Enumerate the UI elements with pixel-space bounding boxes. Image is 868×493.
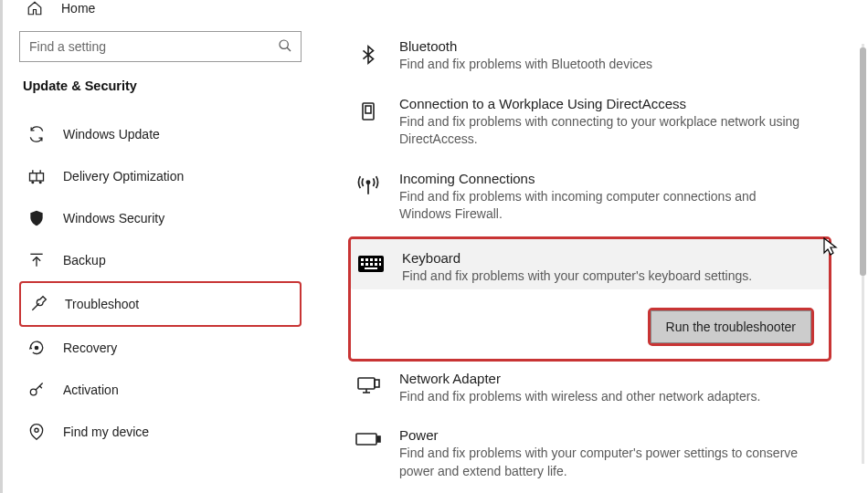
svg-point-0	[280, 40, 288, 48]
troubleshooter-label: Power	[399, 427, 846, 443]
troubleshooter-keyboard[interactable]: Keyboard Find and fix problems with your…	[351, 239, 829, 289]
troubleshooter-directaccess[interactable]: Connection to a Workplace Using DirectAc…	[350, 87, 850, 162]
settings-sidebar: Home Update & Security Windows Update De…	[3, 0, 318, 493]
location-icon	[26, 423, 47, 441]
troubleshooter-desc: Find and fix problems with your computer…	[402, 267, 804, 286]
svg-rect-19	[375, 263, 377, 266]
antenna-icon	[354, 171, 383, 224]
svg-rect-8	[365, 106, 371, 113]
svg-rect-17	[365, 263, 368, 266]
sidebar-section-heading: Update & Security	[23, 79, 302, 93]
run-troubleshooter-button[interactable]: Run the troubleshooter	[651, 310, 811, 343]
svg-rect-25	[377, 436, 380, 442]
troubleshooter-desc: Find and fix problems with connecting to…	[399, 113, 801, 149]
svg-rect-12	[365, 258, 368, 261]
sidebar-item-label: Windows Security	[63, 211, 164, 226]
svg-point-6	[35, 428, 38, 432]
sidebar-item-troubleshoot[interactable]: Troubleshoot	[19, 281, 302, 327]
svg-point-5	[30, 389, 37, 395]
troubleshooter-label: Bluetooth	[399, 38, 846, 54]
key-icon	[26, 381, 47, 399]
troubleshooter-desc: Find and fix problems with incoming comp…	[399, 188, 801, 224]
troubleshooter-desc: Find and fix problems with Bluetooth dev…	[399, 56, 801, 74]
troubleshooter-keyboard-highlight: Keyboard Find and fix problems with your…	[348, 236, 831, 362]
sync-icon	[26, 125, 47, 143]
svg-point-2	[32, 182, 34, 184]
home-icon	[26, 0, 43, 16]
sidebar-item-delivery-optimization[interactable]: Delivery Optimization	[19, 155, 302, 197]
sidebar-item-recovery[interactable]: Recovery	[19, 327, 302, 369]
svg-point-4	[35, 346, 37, 349]
svg-rect-23	[375, 380, 379, 387]
backup-icon	[26, 251, 47, 269]
sidebar-item-label: Delivery Optimization	[63, 169, 184, 184]
sidebar-item-find-my-device[interactable]: Find my device	[19, 411, 302, 453]
scrollbar-thumb[interactable]	[860, 47, 866, 276]
sidebar-item-label: Windows Update	[63, 127, 160, 142]
troubleshooter-desc: Find and fix problems with wireless and …	[399, 388, 801, 406]
sidebar-item-label: Recovery	[63, 341, 117, 355]
svg-rect-22	[358, 378, 375, 389]
svg-rect-11	[361, 258, 364, 261]
search-icon	[278, 38, 292, 53]
sidebar-item-label: Find my device	[63, 425, 149, 439]
battery-icon	[354, 427, 383, 480]
delivery-icon	[26, 167, 47, 185]
search-wrap	[19, 31, 302, 62]
sidebar-item-label: Troubleshoot	[65, 297, 139, 311]
sidebar-item-label: Activation	[63, 383, 119, 397]
svg-point-3	[39, 182, 41, 184]
troubleshooter-label: Connection to a Workplace Using DirectAc…	[399, 96, 846, 111]
svg-rect-21	[365, 267, 377, 269]
svg-point-9	[366, 181, 369, 184]
svg-rect-18	[370, 263, 373, 266]
wrench-icon	[28, 295, 48, 313]
search-input[interactable]	[19, 31, 302, 62]
troubleshooter-desc: Find and fix problems with your computer…	[399, 445, 801, 480]
troubleshooter-label: Incoming Connections	[399, 171, 846, 186]
run-button-highlight: Run the troubleshooter	[648, 308, 814, 346]
home-label: Home	[61, 1, 95, 16]
shield-icon	[26, 209, 47, 227]
sidebar-item-label: Backup	[63, 253, 106, 267]
troubleshooter-power[interactable]: Power Find and fix problems with your co…	[350, 418, 850, 493]
troubleshooter-label: Network Adapter	[399, 371, 846, 386]
sidebar-item-backup[interactable]: Backup	[19, 239, 302, 281]
bluetooth-icon	[354, 38, 383, 74]
svg-rect-16	[361, 263, 364, 266]
svg-rect-24	[356, 434, 376, 445]
sidebar-item-activation[interactable]: Activation	[19, 369, 302, 411]
svg-rect-14	[375, 258, 377, 261]
run-row: Run the troubleshooter	[351, 289, 829, 359]
troubleshooter-incoming-connections[interactable]: Incoming Connections Find and fix proble…	[350, 162, 850, 236]
troubleshooter-label: Keyboard	[402, 250, 825, 266]
recovery-icon	[26, 339, 47, 357]
svg-rect-15	[379, 258, 381, 261]
troubleshooter-bluetooth[interactable]: Bluetooth Find and fix problems with Blu…	[350, 29, 850, 87]
main-panel: Troubleshoot Bluetooth Find and fix prob…	[318, 0, 868, 493]
sidebar-item-home[interactable]: Home	[19, 0, 302, 26]
network-adapter-icon	[354, 371, 383, 406]
monitor-icon	[354, 96, 383, 149]
keyboard-icon	[356, 250, 386, 286]
sidebar-item-windows-update[interactable]: Windows Update	[19, 113, 302, 155]
svg-rect-20	[379, 263, 381, 266]
troubleshooter-network-adapter[interactable]: Network Adapter Find and fix problems wi…	[350, 362, 850, 419]
sidebar-item-windows-security[interactable]: Windows Security	[19, 197, 302, 239]
svg-rect-13	[370, 258, 373, 261]
